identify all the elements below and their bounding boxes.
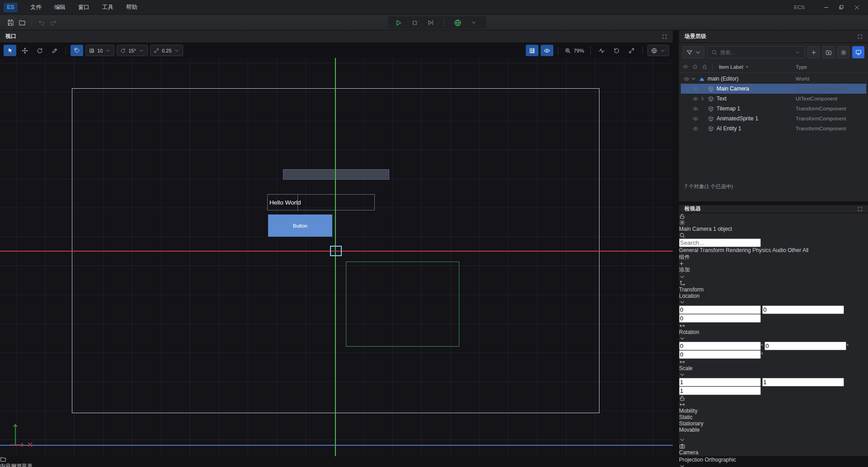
- menu-help[interactable]: 帮助: [122, 2, 142, 13]
- tree-row[interactable]: Tilemap 1 TransformComponent: [681, 104, 866, 114]
- lock-column-icon[interactable]: [702, 64, 708, 70]
- tab-transform[interactable]: Transform: [700, 247, 724, 253]
- tree-row[interactable]: Text UITextComponent: [681, 94, 866, 104]
- inspector-search[interactable]: [679, 240, 761, 246]
- scene-canvas[interactable]: Hello World Button: [0, 58, 673, 456]
- transform-section-header[interactable]: Transform: [679, 274, 868, 293]
- network-globe-button[interactable]: [451, 17, 464, 28]
- viewport-maximize-icon[interactable]: [662, 34, 667, 39]
- hierarchy-maximize-icon[interactable]: [857, 34, 863, 39]
- add-component-button[interactable]: 添加: [679, 261, 868, 273]
- tree-row[interactable]: AI Entity 1 TransformComponent: [681, 124, 866, 133]
- eye-icon[interactable]: [684, 76, 689, 82]
- chevron-right-icon[interactable]: [699, 95, 706, 102]
- location-x-field[interactable]: [679, 307, 761, 313]
- column-item-label[interactable]: Item Label: [719, 64, 749, 70]
- tab-rendering[interactable]: Rendering: [726, 247, 750, 253]
- snap-toggle-button[interactable]: [71, 45, 83, 56]
- tree-row[interactable]: main (Editor) World: [681, 74, 866, 84]
- tree-row[interactable]: AnimatedSprite 1 TransformComponent: [681, 114, 866, 124]
- display-view-button[interactable]: [852, 46, 864, 58]
- visibility-button[interactable]: [541, 45, 553, 56]
- open-folder-button[interactable]: [16, 17, 28, 28]
- link-axes-icon[interactable]: [679, 359, 685, 365]
- location-y-field[interactable]: [762, 307, 844, 313]
- play-mode-dropdown[interactable]: [467, 17, 481, 28]
- eye-icon[interactable]: [693, 116, 698, 122]
- scale-y-field[interactable]: [762, 379, 844, 386]
- redo-button[interactable]: [47, 17, 59, 28]
- play-button[interactable]: [392, 17, 405, 28]
- tree-row-selected[interactable]: Main Camera TransformComponent: [681, 84, 866, 94]
- column-type[interactable]: Type: [796, 64, 807, 70]
- gear-icon[interactable]: [679, 219, 685, 226]
- tab-all[interactable]: All: [802, 247, 808, 253]
- rotation-y-field[interactable]: °: [764, 343, 849, 349]
- move-tool-button[interactable]: [19, 45, 31, 56]
- link-axes-icon[interactable]: [679, 323, 685, 329]
- hierarchy-search-input[interactable]: [720, 50, 792, 55]
- text-widget[interactable]: Hello World: [267, 194, 375, 210]
- menu-file[interactable]: 文件: [26, 2, 46, 13]
- button-widget[interactable]: Button: [268, 214, 332, 237]
- rotation-z-field[interactable]: °: [679, 352, 763, 358]
- location-label-dropdown[interactable]: Location: [679, 293, 868, 305]
- inspector-maximize-icon[interactable]: [857, 206, 863, 212]
- stop-button[interactable]: [408, 17, 421, 28]
- step-button[interactable]: [424, 17, 438, 28]
- show-grid-button[interactable]: [526, 45, 538, 56]
- menu-edit[interactable]: 编辑: [50, 2, 70, 13]
- eye-icon[interactable]: [693, 126, 698, 132]
- scale-snap-dropdown[interactable]: 0.25: [150, 45, 183, 56]
- grid-snap-dropdown[interactable]: 10: [85, 45, 114, 56]
- scale-z-field[interactable]: [679, 388, 761, 394]
- filter-dropdown[interactable]: [683, 46, 704, 58]
- close-button[interactable]: [849, 2, 864, 13]
- selection-handle[interactable]: [330, 246, 342, 256]
- uniform-scale-unlock-icon[interactable]: [679, 395, 685, 401]
- maximize-button[interactable]: [834, 2, 849, 13]
- eye-icon[interactable]: [693, 86, 698, 92]
- inspector-search-input[interactable]: [679, 238, 761, 247]
- menu-tools[interactable]: 工具: [98, 2, 118, 13]
- rotate-tool-button[interactable]: [33, 45, 46, 56]
- add-entity-button[interactable]: [807, 46, 820, 58]
- hierarchy-settings-button[interactable]: [837, 46, 849, 58]
- slider-widget[interactable]: [283, 169, 389, 180]
- tab-audio[interactable]: Audio: [772, 247, 786, 253]
- zoom-control[interactable]: 79%: [563, 48, 586, 54]
- chevron-down-icon[interactable]: [690, 76, 697, 82]
- save-button[interactable]: [5, 17, 16, 28]
- rotation-label-dropdown[interactable]: Rotation: [679, 329, 868, 342]
- rotation-snap-dropdown[interactable]: 15°: [117, 45, 148, 56]
- unlock-icon[interactable]: [679, 213, 685, 219]
- location-z-field[interactable]: [679, 315, 761, 322]
- mobility-stationary-option[interactable]: Stationary: [679, 420, 868, 427]
- menu-window[interactable]: 窗口: [74, 2, 94, 13]
- mobility-static-option[interactable]: Static: [679, 414, 868, 420]
- tab-general[interactable]: General: [679, 247, 698, 253]
- new-folder-button[interactable]: [822, 46, 835, 58]
- tab-physics[interactable]: Physics: [752, 247, 771, 253]
- select-tool-button[interactable]: [4, 45, 16, 56]
- eye-icon[interactable]: [693, 96, 698, 102]
- camera-section-header[interactable]: Camera: [679, 437, 868, 456]
- tab-other[interactable]: Other: [788, 247, 801, 253]
- minimize-button[interactable]: [818, 2, 834, 13]
- scale-label-dropdown[interactable]: Scale: [679, 365, 868, 378]
- visibility-column-icon[interactable]: [683, 64, 689, 70]
- eye-icon[interactable]: [693, 106, 698, 112]
- stats-button[interactable]: [595, 45, 608, 56]
- hierarchy-search[interactable]: [707, 46, 805, 58]
- app-logo[interactable]: ES: [4, 3, 18, 12]
- mobility-movable-option[interactable]: Movable: [679, 427, 868, 433]
- view-mode-dropdown[interactable]: [647, 45, 669, 56]
- rotation-x-field[interactable]: °: [679, 343, 763, 349]
- undo-button[interactable]: [36, 17, 47, 28]
- scale-x-field[interactable]: [679, 379, 761, 386]
- reset-view-button[interactable]: [610, 45, 623, 56]
- projection-dropdown[interactable]: Orthographic: [679, 457, 868, 467]
- link-axes-icon[interactable]: [679, 401, 685, 408]
- fullscreen-button[interactable]: [625, 45, 638, 56]
- favorite-column-icon[interactable]: [692, 64, 698, 70]
